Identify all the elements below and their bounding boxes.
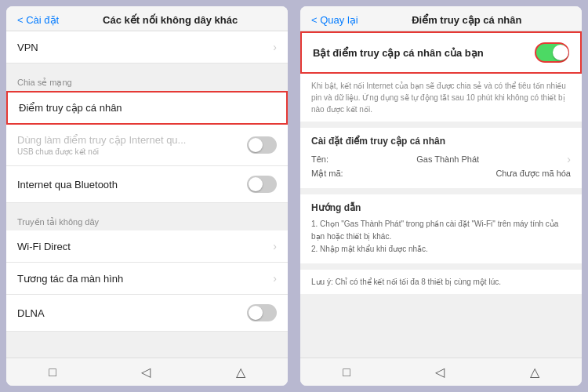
hotspot-item[interactable]: Điểm truy cập cá nhân xyxy=(6,91,288,125)
home-button[interactable]: □ xyxy=(49,365,56,379)
right-header-title: Điểm truy cập cá nhân xyxy=(363,14,571,26)
right-home-button[interactable]: □ xyxy=(343,365,350,379)
right-bottom-bar: □ ◁ △ xyxy=(300,358,582,386)
note-text: Lưu ý: Chỉ có thể kết nối tối đa 8 thiết… xyxy=(300,270,582,294)
hotspot-toggle-label: Bật điểm truy cập cá nhân của bạn xyxy=(313,47,484,59)
usb-tethering-label: Dùng làm điểm truy cập Internet qu... xyxy=(17,134,247,146)
vpn-label: VPN xyxy=(17,42,38,53)
wifi-direct-chevron: › xyxy=(273,240,277,252)
divider-2 xyxy=(6,203,288,209)
left-back-label: < Cài đặt xyxy=(17,14,59,26)
right-divider-3 xyxy=(300,263,582,270)
guide-title: Hướng dẫn xyxy=(311,202,571,213)
wifi-direct-label: Wi-Fi Direct xyxy=(17,241,71,252)
left-phone-panel: < Cài đặt Các kết nối không dây khác VPN… xyxy=(6,6,288,386)
left-bottom-bar: □ ◁ △ xyxy=(6,358,288,386)
right-header: < Quay lại Điểm truy cập cá nhân xyxy=(300,6,582,31)
divider-1 xyxy=(6,64,288,70)
hotspot-name-value: Gas Thành Phát xyxy=(416,154,479,164)
left-back-button[interactable]: < Cài đặt xyxy=(17,14,59,26)
dlna-toggle[interactable] xyxy=(247,304,277,321)
right-back-label: < Quay lại xyxy=(311,14,358,26)
hotspot-toggle-row[interactable]: Bật điểm truy cập cá nhân của bạn xyxy=(300,31,582,74)
hotspot-name-label: Tên: xyxy=(311,154,328,164)
screen-mirroring-chevron: › xyxy=(273,272,277,285)
vpn-chevron: › xyxy=(273,41,277,53)
right-content: Bật điểm truy cập cá nhân của bạn Khi bậ… xyxy=(300,31,582,358)
wireless-section-label: Truyền tải không dây xyxy=(6,209,288,230)
left-header: < Cài đặt Các kết nối không dây khác xyxy=(6,6,288,31)
right-divider-2 xyxy=(300,188,582,194)
right-recents-button[interactable]: △ xyxy=(530,365,539,379)
right-back-button[interactable]: < Quay lại xyxy=(311,14,358,26)
hotspot-info-text: Khi bật, kết nối Internet của bạn sẽ đượ… xyxy=(300,74,582,122)
network-sharing-section-label: Chia sẻ mạng xyxy=(6,70,288,91)
screen-mirroring-item[interactable]: Tương tác đa màn hình › xyxy=(6,263,288,295)
back-button[interactable]: ◁ xyxy=(141,365,151,379)
hotspot-password-row: Mật mã: Chưa được mã hóa xyxy=(311,167,571,180)
left-header-title: Các kết nối không dây khác xyxy=(64,14,277,26)
guide-step-1: 1. Chọn "Gas Thành Phát" trong phần cài … xyxy=(311,218,571,243)
right-back-btn[interactable]: ◁ xyxy=(435,365,445,379)
wifi-direct-item[interactable]: Wi-Fi Direct › xyxy=(6,230,288,263)
usb-tethering-sub: USB chưa được kết nối xyxy=(17,147,247,156)
settings-block-title: Cài đặt điểm truy cập cá nhân xyxy=(311,136,571,147)
hotspot-password-label: Mật mã: xyxy=(311,169,343,179)
vpn-item[interactable]: VPN › xyxy=(6,31,288,64)
guide-block: Hướng dẫn 1. Chọn "Gas Thành Phát" trong… xyxy=(300,194,582,263)
usb-tethering-item: Dùng làm điểm truy cập Internet qu... US… xyxy=(6,125,288,166)
usb-tethering-text: Dùng làm điểm truy cập Internet qu... US… xyxy=(17,134,247,156)
left-content: VPN › Chia sẻ mạng Điểm truy cập cá nhân… xyxy=(6,31,288,358)
screen-mirroring-label: Tương tác đa màn hình xyxy=(17,273,123,285)
hotspot-settings-block[interactable]: Cài đặt điểm truy cập cá nhân Tên: Gas T… xyxy=(300,128,582,188)
hotspot-main-toggle[interactable] xyxy=(535,42,569,63)
hotspot-name-row: Tên: Gas Thành Phát › xyxy=(311,151,571,167)
guide-step-2: 2. Nhập mật khẩu khi được nhắc. xyxy=(311,243,571,256)
right-phone-panel: < Quay lại Điểm truy cập cá nhân Bật điể… xyxy=(300,6,582,386)
bluetooth-tethering-item[interactable]: Internet qua Bluetooth xyxy=(6,166,288,203)
bluetooth-tethering-toggle[interactable] xyxy=(247,176,277,193)
bluetooth-tethering-label: Internet qua Bluetooth xyxy=(17,179,118,191)
dlna-label: DLNA xyxy=(17,307,45,319)
dlna-item[interactable]: DLNA xyxy=(6,295,288,332)
hotspot-label: Điểm truy cập cá nhân xyxy=(19,102,122,114)
hotspot-password-value: Chưa được mã hóa xyxy=(495,169,571,179)
right-divider-1 xyxy=(300,122,582,128)
recents-button[interactable]: △ xyxy=(236,365,245,379)
usb-tethering-toggle[interactable] xyxy=(247,136,277,154)
settings-chevron: › xyxy=(567,153,571,165)
